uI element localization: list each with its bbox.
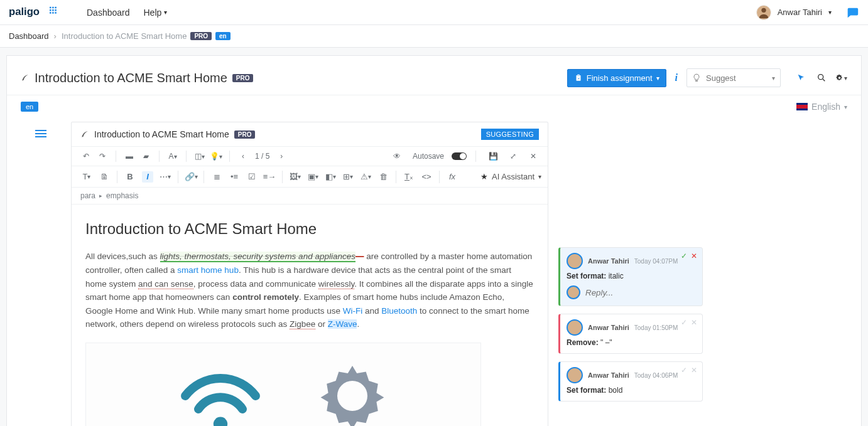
- more-format-icon[interactable]: ⋯ ▾: [160, 171, 171, 183]
- lang-badge: en: [215, 32, 231, 40]
- brand-logo[interactable]: paligo: [9, 4, 72, 21]
- svg-point-11: [214, 417, 227, 426]
- pro-badge: PRO: [190, 32, 212, 40]
- svg-rect-6: [50, 12, 52, 14]
- suggestion-card[interactable]: ✓✕ Anwar Tahiri Today 04:07PM Set format…: [558, 247, 703, 306]
- layout-icon[interactable]: ◫ ▾: [195, 151, 205, 161]
- font-icon[interactable]: A▾: [168, 151, 178, 161]
- bold-button[interactable]: B: [124, 171, 136, 183]
- svg-line-10: [823, 79, 825, 81]
- content-heading: Introduction to ACME Smart Home: [85, 217, 534, 241]
- paragraph-style-icon[interactable]: T ▾: [81, 171, 92, 183]
- editor-pro-badge: PRO: [234, 130, 256, 139]
- chat-icon[interactable]: [845, 6, 859, 19]
- close-icon[interactable]: ✕: [528, 151, 538, 161]
- autosave-toggle[interactable]: [452, 152, 467, 160]
- checklist-icon[interactable]: ☑: [246, 171, 258, 183]
- reject-icon[interactable]: ✕: [691, 366, 697, 375]
- suggestion-card[interactable]: ✓✕ Anwar Tahiri Today 04:06PM Set format…: [558, 361, 703, 402]
- page-title: Introduction to ACME Smart Home: [35, 71, 227, 85]
- gear-icon[interactable]: ▾: [836, 72, 847, 83]
- user-name: Anwar Tahiri: [778, 8, 822, 17]
- outline-toggle-icon[interactable]: [35, 128, 46, 426]
- editor-title: Introduction to ACME Smart Home: [94, 129, 229, 139]
- insert-table-icon[interactable]: ⊞▾: [342, 171, 354, 183]
- accept-icon[interactable]: ✓: [681, 318, 687, 327]
- insert-media-icon[interactable]: ▣▾: [307, 171, 318, 183]
- insert-block-icon[interactable]: ◧▾: [325, 171, 336, 183]
- suggest-dropdown[interactable]: Suggest ▾: [686, 68, 781, 87]
- redo-icon[interactable]: ↷: [97, 151, 107, 161]
- path-para[interactable]: para: [80, 191, 95, 200]
- italic-suggestion-segment: lights, thermostats, security systems an…: [160, 252, 355, 262]
- admonition-icon[interactable]: ⚠▾: [360, 171, 371, 183]
- svg-rect-7: [52, 12, 54, 14]
- content-image-placeholder: [85, 343, 481, 426]
- next-page-icon[interactable]: ›: [276, 151, 286, 161]
- insert-image-icon[interactable]: 🖼▾: [290, 171, 301, 183]
- save-icon[interactable]: 💾: [488, 151, 498, 161]
- document-editor: Introduction to ACME Smart Home PRO SUGG…: [71, 122, 548, 426]
- prev-page-icon[interactable]: ‹: [238, 151, 248, 161]
- svg-rect-4: [52, 9, 54, 11]
- svg-rect-2: [55, 6, 57, 8]
- svg-rect-8: [55, 12, 57, 14]
- suggestions-panel: ✓✕ Anwar Tahiri Today 04:07PM Set format…: [558, 122, 703, 426]
- removed-segment: —: [355, 252, 364, 261]
- feather-icon: [80, 130, 89, 139]
- page-indicator: 1 / 5: [255, 152, 269, 161]
- accept-icon[interactable]: ✓: [681, 366, 687, 375]
- preview-icon[interactable]: 👁: [392, 151, 402, 161]
- link-icon[interactable]: 🔗▾: [185, 171, 197, 183]
- svg-point-9: [818, 75, 823, 80]
- note-icon[interactable]: 🗎: [99, 171, 110, 183]
- code-icon[interactable]: <>: [421, 171, 432, 183]
- function-icon[interactable]: fx: [447, 171, 458, 183]
- delete-icon[interactable]: 🗑: [377, 171, 389, 183]
- commenter-avatar-icon: [567, 367, 583, 383]
- commenter-avatar-icon: [567, 285, 580, 299]
- info-icon[interactable]: i: [673, 72, 680, 83]
- cursor-select-icon[interactable]: [796, 72, 807, 83]
- comment-icon[interactable]: ▬: [124, 151, 134, 161]
- discussion-icon[interactable]: ▰: [141, 151, 151, 161]
- ordered-list-icon[interactable]: ≣: [211, 171, 222, 183]
- hint-icon[interactable]: 💡▾: [211, 151, 221, 161]
- lightbulb-icon: [692, 73, 701, 82]
- autosave-label: Autosave: [413, 152, 444, 161]
- accept-icon[interactable]: ✓: [681, 252, 687, 260]
- lang-pill[interactable]: en: [21, 102, 38, 112]
- language-selector[interactable]: English ▾: [796, 102, 847, 112]
- search-icon[interactable]: [816, 72, 827, 83]
- content-paragraph[interactable]: All devices,such as lights, thermostats,…: [85, 250, 534, 331]
- nav-dashboard[interactable]: Dashboard: [87, 8, 130, 18]
- reply-input-row[interactable]: [567, 285, 696, 299]
- steps-icon[interactable]: ≡→: [264, 171, 275, 183]
- user-menu[interactable]: Anwar Tahiri ▾: [756, 5, 832, 20]
- document-body[interactable]: Introduction to ACME Smart Home All devi…: [72, 205, 548, 426]
- finish-assignment-button[interactable]: Finish assignment ▾: [567, 69, 666, 87]
- bold-suggestion-segment: control remotely: [232, 292, 299, 302]
- brand-text: paligo: [9, 6, 40, 18]
- reject-icon[interactable]: ✕: [691, 318, 697, 327]
- star-icon: ★: [480, 172, 488, 181]
- clear-format-icon[interactable]: Tₓ: [403, 171, 415, 183]
- expand-icon[interactable]: ⤢: [508, 151, 518, 161]
- nav-help[interactable]: Help ▾: [144, 8, 168, 18]
- breadcrumb-doc[interactable]: Introduction to ACME Smart Home: [62, 31, 187, 41]
- chevron-down-icon: ▾: [828, 9, 832, 16]
- toolbar-formatting: T ▾ 🗎 B I ⋯ ▾ 🔗▾ ≣ •≡ ☑ ≡→ 🖼▾ ▣▾ ◧▾ ⊞▾ ⚠…: [72, 166, 548, 188]
- ai-assistant-button[interactable]: ★ AI Assistant ▾: [480, 172, 541, 181]
- reply-input[interactable]: [585, 288, 696, 297]
- breadcrumb-root[interactable]: Dashboard: [9, 31, 49, 41]
- undo-icon[interactable]: ↶: [81, 151, 91, 161]
- italic-button[interactable]: I: [142, 171, 153, 183]
- flag-uk-icon: [796, 103, 808, 110]
- link-zwave: Z-Wave: [328, 319, 357, 329]
- reject-icon[interactable]: ✕: [691, 252, 697, 260]
- unordered-list-icon[interactable]: •≡: [229, 171, 240, 183]
- suggestion-card[interactable]: ✓✕ Anwar Tahiri Today 01:50PM Remove: " …: [558, 314, 703, 354]
- commenter-avatar-icon: [567, 253, 583, 269]
- user-avatar-icon: [756, 5, 771, 20]
- path-emphasis[interactable]: emphasis: [106, 191, 138, 200]
